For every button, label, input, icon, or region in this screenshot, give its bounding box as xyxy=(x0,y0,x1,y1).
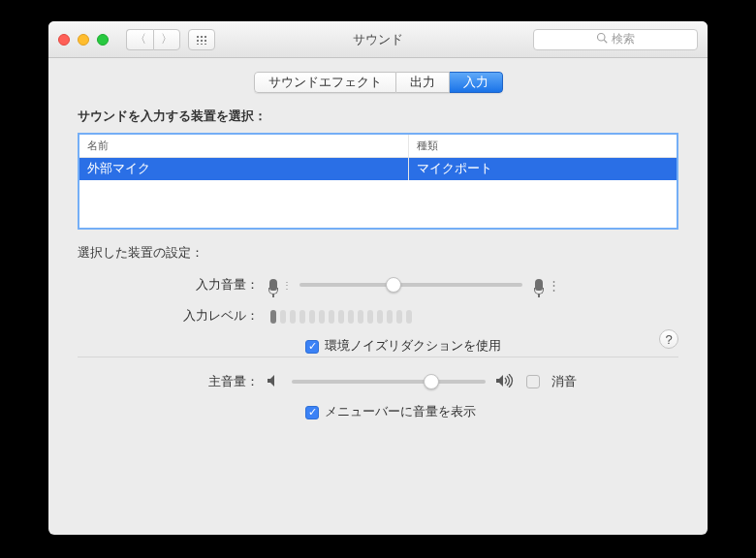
sound-preferences-window: 〈 〉 サウンド 検索 サウンドエフェクト 出力 入力 サウンドを入力する装置を… xyxy=(48,21,708,535)
selected-device-settings-label: 選択した装置の設定： xyxy=(78,245,678,262)
close-window-button[interactable] xyxy=(58,34,70,46)
noise-reduction-label: 環境ノイズリダクションを使用 xyxy=(325,338,501,355)
input-level-label: 入力レベル： xyxy=(78,308,267,325)
zoom-window-button[interactable] xyxy=(97,34,109,46)
show-all-button[interactable] xyxy=(188,29,215,50)
search-icon xyxy=(596,32,608,46)
tab-output[interactable]: 出力 xyxy=(396,72,450,93)
grid-icon xyxy=(196,35,207,45)
noise-reduction-checkbox[interactable] xyxy=(305,340,319,354)
column-header-name[interactable]: 名前 xyxy=(79,135,409,157)
device-list-header: 名前 種類 xyxy=(79,135,677,158)
input-volume-label: 入力音量： xyxy=(78,277,267,294)
svg-point-0 xyxy=(598,34,606,42)
tab-sound-effects[interactable]: サウンドエフェクト xyxy=(254,72,396,93)
nav-buttons: 〈 〉 xyxy=(126,29,180,50)
titlebar: 〈 〉 サウンド 検索 xyxy=(48,21,708,58)
chevron-left-icon: 〈 xyxy=(135,31,146,47)
show-volume-menubar-label: メニューバーに音量を表示 xyxy=(325,404,476,420)
help-icon: ? xyxy=(665,332,672,347)
content-area: サウンドエフェクト 出力 入力 サウンドを入力する装置を選択： 名前 種類 外部… xyxy=(48,58,708,436)
divider xyxy=(78,356,678,357)
device-name: 外部マイク xyxy=(79,158,409,180)
show-volume-menubar-checkbox[interactable] xyxy=(305,406,319,419)
back-button[interactable]: 〈 xyxy=(126,29,153,50)
main-volume-label: 主音量： xyxy=(78,374,267,390)
input-level-row: 入力レベル： xyxy=(78,308,678,325)
menubar-volume-row: メニューバーに音量を表示 xyxy=(305,404,678,420)
mute-label: 消音 xyxy=(551,373,577,390)
main-volume-slider[interactable] xyxy=(292,380,486,384)
input-volume-slider[interactable] xyxy=(299,283,522,287)
device-type: マイクポート xyxy=(409,158,677,180)
main-volume-row: 主音量： 消音 xyxy=(78,373,678,390)
search-placeholder: 検索 xyxy=(612,31,635,47)
minimize-window-button[interactable] xyxy=(78,34,89,46)
speaker-high-icon xyxy=(495,374,517,390)
chevron-right-icon: 〉 xyxy=(161,31,173,47)
input-volume-row: 入力音量： ⋮ ⋮ xyxy=(78,275,678,294)
column-header-type[interactable]: 種類 xyxy=(409,135,677,157)
slider-thumb[interactable] xyxy=(424,374,439,389)
device-row[interactable]: 外部マイク マイクポート xyxy=(79,158,677,180)
mic-low-icon: ⋮ xyxy=(267,275,290,294)
search-field[interactable]: 検索 xyxy=(533,29,698,50)
mic-high-icon: ⋮ xyxy=(532,275,558,294)
input-device-list[interactable]: 名前 種類 外部マイク マイクポート xyxy=(78,133,678,230)
select-device-label: サウンドを入力する装置を選択： xyxy=(78,108,678,125)
input-level-meter xyxy=(270,310,412,324)
help-button[interactable]: ? xyxy=(659,329,678,349)
svg-line-1 xyxy=(604,40,607,43)
tab-bar: サウンドエフェクト 出力 入力 xyxy=(78,72,678,93)
window-controls xyxy=(58,34,109,46)
forward-button[interactable]: 〉 xyxy=(153,29,180,50)
speaker-low-icon xyxy=(267,374,282,390)
mute-checkbox[interactable] xyxy=(526,375,540,388)
slider-thumb[interactable] xyxy=(386,277,401,293)
tab-input[interactable]: 入力 xyxy=(450,72,503,93)
